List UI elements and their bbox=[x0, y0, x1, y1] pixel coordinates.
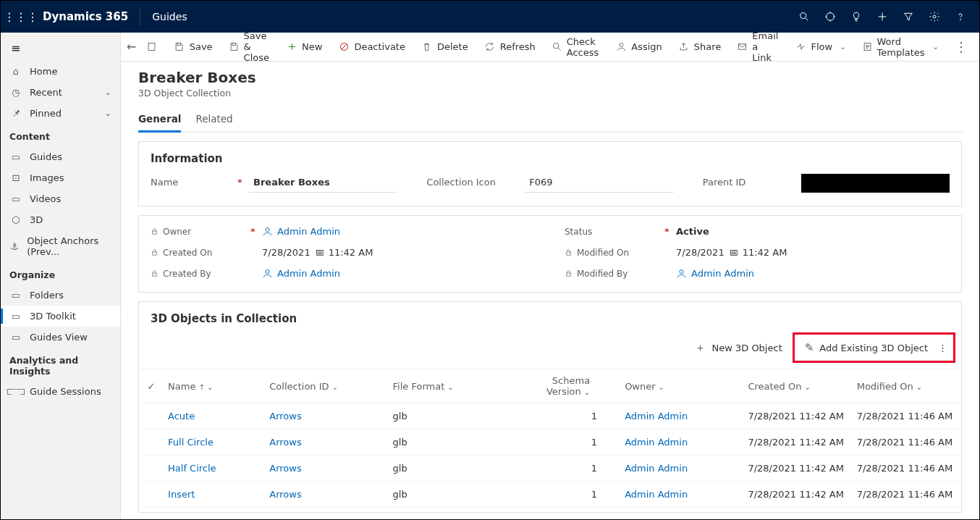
cell-collection-id[interactable]: Arrows bbox=[263, 456, 386, 482]
row-checkbox[interactable] bbox=[140, 482, 162, 508]
col-created-on[interactable]: Created On⌄ bbox=[742, 369, 850, 403]
objects-table: ✓ Name↑ ⌄ Collection ID⌄ File Format⌄ Sc… bbox=[140, 369, 960, 508]
cell-owner[interactable]: Admin Admin bbox=[619, 429, 742, 456]
cell-owner[interactable]: Admin Admin bbox=[619, 482, 742, 508]
flow-button[interactable]: Flow⌄ bbox=[787, 37, 853, 57]
highlight-box: ✎Add Existing 3D Object ⋮ bbox=[793, 332, 955, 363]
sidebar-item-videos[interactable]: ▭Videos bbox=[1, 188, 120, 209]
row-checkbox[interactable] bbox=[140, 403, 162, 429]
owner-value[interactable]: Admin Admin bbox=[262, 226, 340, 237]
modified-by-value[interactable]: Admin Admin bbox=[676, 268, 754, 279]
cell-collection-id[interactable]: Arrows bbox=[263, 403, 386, 429]
table-row[interactable]: Half CircleArrowsglb1Admin Admin7/28/202… bbox=[140, 456, 960, 482]
svg-point-5 bbox=[933, 15, 936, 18]
add-existing-icon: ✎ bbox=[805, 341, 814, 354]
svg-rect-7 bbox=[148, 43, 155, 51]
svg-line-1 bbox=[806, 18, 808, 20]
row-checkbox[interactable] bbox=[140, 456, 162, 482]
cell-file-format: glb bbox=[387, 456, 510, 482]
chevron-down-icon: ⌄ bbox=[840, 43, 845, 51]
app-name[interactable]: Guides bbox=[145, 11, 194, 22]
col-collection-id[interactable]: Collection ID⌄ bbox=[263, 369, 386, 403]
cell-name[interactable]: Insert bbox=[162, 482, 263, 508]
search-icon[interactable] bbox=[791, 1, 817, 33]
check-access-button[interactable]: Check Access bbox=[544, 33, 607, 62]
cell-file-format: glb bbox=[387, 482, 510, 508]
assign-button[interactable]: Assign bbox=[608, 37, 669, 57]
lock-icon bbox=[565, 248, 573, 256]
image-icon: ⊡ bbox=[9, 172, 22, 183]
tab-related[interactable]: Related bbox=[195, 109, 232, 132]
share-button[interactable]: Share bbox=[671, 37, 729, 57]
show-pane-button[interactable] bbox=[139, 37, 165, 57]
cell-collection-id[interactable]: Arrows bbox=[263, 429, 386, 456]
svg-rect-8 bbox=[177, 43, 180, 46]
lightbulb-icon[interactable] bbox=[843, 1, 869, 33]
new-3d-object-button[interactable]: ＋New 3D Object bbox=[688, 337, 789, 359]
row-checkbox[interactable] bbox=[140, 429, 162, 456]
svg-rect-25 bbox=[567, 273, 571, 276]
sidebar-item-3d-toolkit[interactable]: ▭3D Toolkit bbox=[1, 306, 120, 327]
col-modified-on[interactable]: Modified On⌄ bbox=[851, 369, 960, 403]
tab-general[interactable]: General bbox=[138, 109, 181, 133]
cell-modified-on: 7/28/2021 11:46 AM bbox=[851, 429, 960, 456]
table-row[interactable]: AcuteArrowsglb1Admin Admin7/28/2021 11:4… bbox=[140, 403, 960, 429]
save-button[interactable]: Save bbox=[166, 37, 220, 57]
sidebar-group-content: Content bbox=[1, 124, 120, 146]
select-all-checkbox[interactable]: ✓ bbox=[140, 369, 162, 403]
home-icon: ⌂ bbox=[9, 66, 22, 77]
hamburger-icon[interactable]: ≡ bbox=[1, 35, 120, 61]
sidebar: ≡ ⌂Home ◷Recent⌄ 📌︎Pinned⌄ Content ▭Guid… bbox=[1, 33, 121, 519]
col-owner[interactable]: Owner⌄ bbox=[619, 369, 742, 403]
sidebar-item-recent[interactable]: ◷Recent⌄ bbox=[1, 82, 120, 103]
cell-schema-version: 1 bbox=[510, 482, 619, 508]
modified-on-label: Modified On bbox=[565, 248, 659, 258]
cell-collection-id[interactable]: Arrows bbox=[263, 482, 386, 508]
sidebar-item-images[interactable]: ⊡Images bbox=[1, 167, 120, 188]
target-icon[interactable] bbox=[817, 1, 843, 33]
sidebar-item-guides[interactable]: ▭Guides bbox=[1, 146, 120, 167]
lock-icon bbox=[151, 269, 159, 277]
sidebar-item-3d[interactable]: ⬡3D bbox=[1, 209, 120, 230]
new-button[interactable]: New bbox=[279, 37, 329, 57]
cell-name[interactable]: Half Circle bbox=[162, 456, 263, 482]
sidebar-item-folders[interactable]: ▭Folders bbox=[1, 285, 120, 306]
col-file-format[interactable]: File Format⌄ bbox=[387, 369, 510, 403]
sidebar-item-pinned[interactable]: 📌︎Pinned⌄ bbox=[1, 103, 120, 124]
more-commands-button[interactable]: ⋮ bbox=[947, 35, 975, 59]
sidebar-item-sessions[interactable]: ⫍⫎Guide Sessions bbox=[1, 381, 120, 402]
name-field[interactable]: Breaker Boxes bbox=[249, 174, 397, 193]
word-templates-button[interactable]: Word Templates⌄ bbox=[855, 33, 946, 62]
delete-button[interactable]: Delete bbox=[414, 37, 476, 57]
col-name[interactable]: Name↑ ⌄ bbox=[162, 369, 263, 403]
table-row[interactable]: Full CircleArrowsglb1Admin Admin7/28/202… bbox=[140, 429, 960, 456]
anchor-icon: ⚓︎ bbox=[9, 241, 20, 252]
deactivate-button[interactable]: Deactivate bbox=[331, 37, 413, 57]
sidebar-item-home[interactable]: ⌂Home bbox=[1, 61, 120, 82]
plus-icon[interactable] bbox=[869, 1, 895, 33]
cell-owner[interactable]: Admin Admin bbox=[619, 456, 742, 482]
cell-name[interactable]: Full Circle bbox=[162, 429, 263, 456]
person-icon bbox=[262, 226, 273, 237]
created-by-label: Created By bbox=[151, 269, 245, 279]
filter-icon[interactable] bbox=[895, 1, 921, 33]
help-icon[interactable] bbox=[947, 1, 973, 33]
back-button[interactable]: ← bbox=[125, 40, 138, 54]
sidebar-item-anchors[interactable]: ⚓︎Object Anchors (Prev... bbox=[1, 230, 120, 262]
modified-on-date: 7/28/2021 bbox=[676, 247, 725, 258]
svg-point-0 bbox=[801, 13, 806, 19]
collection-icon-field[interactable]: F069 bbox=[525, 174, 673, 193]
cell-name[interactable]: Acute bbox=[162, 403, 263, 429]
table-row[interactable]: InsertArrowsglb1Admin Admin7/28/2021 11:… bbox=[140, 482, 960, 508]
sidebar-item-guides-view[interactable]: ▭Guides View bbox=[1, 327, 120, 348]
lock-icon bbox=[151, 227, 159, 235]
col-schema-version[interactable]: Schema Version⌄ bbox=[510, 369, 619, 403]
cell-owner[interactable]: Admin Admin bbox=[619, 403, 742, 429]
refresh-button[interactable]: Refresh bbox=[477, 37, 543, 57]
collection-icon-label: Collection Icon bbox=[426, 174, 506, 188]
gear-icon[interactable] bbox=[921, 1, 947, 33]
more-objects-button[interactable]: ⋮ bbox=[935, 338, 950, 358]
add-existing-3d-object-button[interactable]: ✎Add Existing 3D Object bbox=[798, 337, 935, 358]
created-by-value[interactable]: Admin Admin bbox=[262, 268, 340, 279]
app-launcher-icon[interactable]: ⋮⋮⋮ bbox=[7, 10, 35, 24]
